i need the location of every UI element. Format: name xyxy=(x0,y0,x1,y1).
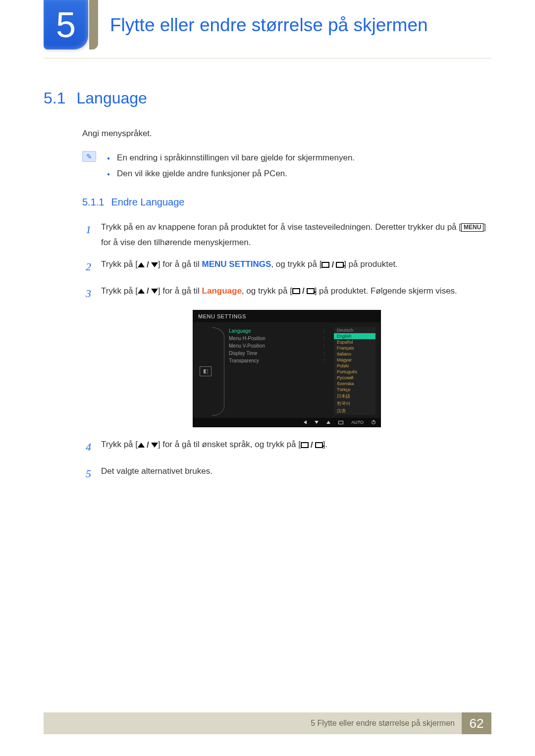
osd-power-icon xyxy=(372,420,375,424)
osd-category-icon: ◧ xyxy=(198,327,213,415)
osd-nav-left-icon xyxy=(304,420,307,424)
step-body: Trykk på [/] for å gå til MENU SETTINGS,… xyxy=(101,257,491,277)
osd-language-item: Deutsch xyxy=(334,327,375,333)
step-number: 5 xyxy=(82,464,91,484)
osd-language-item: Türkçe xyxy=(334,387,375,393)
osd-menu-item: Transparency: xyxy=(229,357,330,364)
footer-text: 5 Flytte eller endre størrelse på skjerm… xyxy=(44,712,462,734)
chapter-badge-accent xyxy=(89,0,98,50)
osd-language-item: 汉语 xyxy=(334,407,375,415)
step-body: Trykk på [/] for å gå til ønsket språk, … xyxy=(101,437,491,457)
step-body: Trykk på [/] for å gå til Language, og t… xyxy=(101,284,491,303)
osd-language-item: English xyxy=(334,333,375,339)
note-item: En endring i språkinnstillingen vil bare… xyxy=(117,153,355,162)
osd-language-item: Polski xyxy=(334,363,375,369)
bullet-icon: ● xyxy=(107,171,110,177)
osd-auto-label: AUTO xyxy=(351,420,364,425)
step-number: 4 xyxy=(82,437,91,457)
step-body: Trykk på en av knappene foran på produkt… xyxy=(101,220,491,250)
page-header: 5 Flytte eller endre størrelse på skjerm… xyxy=(44,0,491,58)
osd-menu-item: Menu H-Position: xyxy=(229,335,330,342)
section-intro: Angi menyspråket. xyxy=(82,127,491,140)
osd-screenshot: MENU SETTINGS ◧ Language:Menu H-Position… xyxy=(193,310,381,427)
osd-language-item: 日本語 xyxy=(334,393,375,400)
up-down-icon: / xyxy=(138,438,158,453)
osd-nav-down-icon xyxy=(315,421,319,424)
osd-menu-item: Menu V-Position: xyxy=(229,342,330,350)
osd-language-item: Magyar xyxy=(334,357,375,363)
osd-title: MENU SETTINGS xyxy=(193,310,380,322)
osd-language-item: Español xyxy=(334,339,375,345)
osd-language-item: Русский xyxy=(334,375,375,381)
section-title: Language xyxy=(76,89,147,107)
osd-language-item: Français xyxy=(334,345,375,351)
osd-language-item: Italiano xyxy=(334,351,375,357)
step-1: 1 Trykk på en av knappene foran på produ… xyxy=(82,220,491,250)
osd-footer: AUTO xyxy=(193,418,380,427)
osd-language-item: Svenska xyxy=(334,381,375,387)
menu-badge: MENU xyxy=(461,223,483,231)
bullet-icon: ● xyxy=(107,155,110,161)
osd-language-item: Português xyxy=(334,369,375,375)
subsection-title: Endre Language xyxy=(111,197,184,208)
step-number: 3 xyxy=(82,284,91,303)
enter-source-icon: / xyxy=(301,438,323,453)
footer-page-number: 62 xyxy=(462,712,491,734)
step-number: 1 xyxy=(82,220,91,250)
up-down-icon: / xyxy=(138,257,158,273)
osd-menu-item: Display Time: xyxy=(229,350,330,357)
subsection-number: 5.1.1 xyxy=(82,197,104,208)
note-item: Den vil ikke gjelde andre funksjoner på … xyxy=(117,169,287,178)
subsection-heading: 5.1.1 Endre Language xyxy=(82,197,491,208)
osd-menu: Language:Menu H-Position:Menu V-Position… xyxy=(229,327,330,415)
page-footer: 5 Flytte eller endre størrelse på skjerm… xyxy=(44,712,491,734)
step-number: 2 xyxy=(82,257,91,277)
up-down-icon: / xyxy=(138,284,158,299)
step-2: 2 Trykk på [/] for å gå til MENU SETTING… xyxy=(82,257,491,277)
step-5: 5 Det valgte alternativet brukes. xyxy=(82,464,491,484)
osd-language-item: 한국어 xyxy=(334,400,375,407)
steps-list: 1 Trykk på en av knappene foran på produ… xyxy=(82,220,491,484)
section-heading: 5.1 Language xyxy=(44,89,491,107)
chapter-badge: 5 xyxy=(44,0,88,50)
step-3: 3 Trykk på [/] for å gå til Language, og… xyxy=(82,284,491,303)
note-icon: ✎ xyxy=(82,151,96,162)
chapter-title: Flytte eller endre størrelse på skjermen xyxy=(110,15,428,36)
osd-language-list: DeutschEnglishEspañolFrançaisItalianoMag… xyxy=(334,327,375,415)
menu-settings-label: MENU SETTINGS xyxy=(202,259,271,269)
note-block: ✎ ●En endring i språkinnstillingen vil b… xyxy=(82,150,491,182)
osd-nav-enter-icon xyxy=(338,421,343,424)
osd-menu-item: Language: xyxy=(229,327,330,335)
note-list: ●En endring i språkinnstillingen vil bar… xyxy=(107,150,355,182)
page-content: 5.1 Language Angi menyspråket. ✎ ●En end… xyxy=(44,89,491,491)
enter-source-icon: / xyxy=(321,257,344,273)
section-number: 5.1 xyxy=(44,89,65,107)
step-body: Det valgte alternativet brukes. xyxy=(101,464,491,484)
enter-source-icon: / xyxy=(292,284,315,299)
osd-nav-up-icon xyxy=(326,421,330,424)
step-4: 4 Trykk på [/] for å gå til ønsket språk… xyxy=(82,437,491,457)
language-label: Language xyxy=(202,286,242,296)
osd-arc xyxy=(217,327,225,415)
